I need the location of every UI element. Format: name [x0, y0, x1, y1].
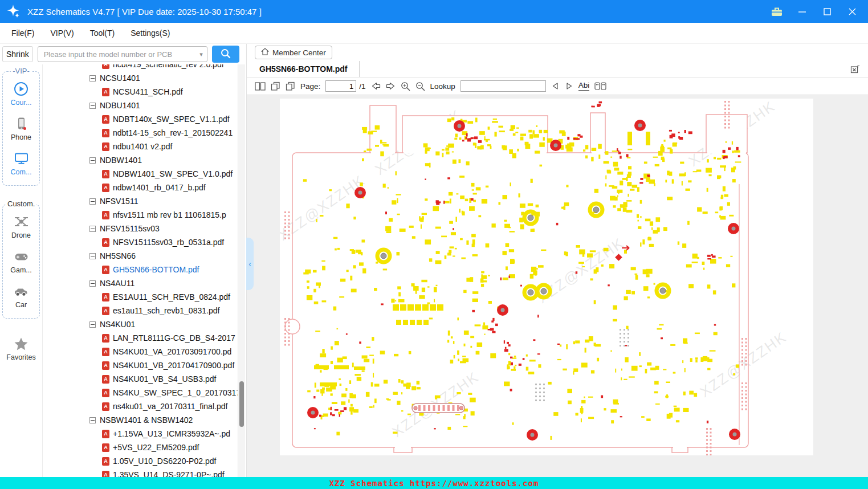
document-tab[interactable]: GH5SN66-BOTTOM.pdf: [247, 61, 360, 77]
vip-section-label: -VIP-: [11, 67, 31, 75]
tree-group[interactable]: NFSV15115sv03: [43, 222, 246, 235]
shrink-button[interactable]: Shrink: [2, 46, 33, 62]
tree-item[interactable]: Ancbt419_schematic_rev 2.0.pdf: [43, 64, 246, 71]
tree-item[interactable]: A1.05V_U10_DS6220-P02.pdf: [43, 454, 246, 468]
collapse-icon[interactable]: [89, 75, 96, 82]
search-row: Shrink ▾: [0, 44, 246, 64]
prev-page-icon[interactable]: [371, 82, 381, 90]
page-number-input[interactable]: [325, 80, 356, 92]
collapse-icon[interactable]: [89, 417, 96, 423]
collapse-icon[interactable]: [89, 226, 96, 232]
tree-group[interactable]: NCSU1401: [43, 71, 246, 85]
tree-item[interactable]: Andbu1401 v2.pdf: [43, 140, 246, 153]
menu-item-toolt[interactable]: Tool(T): [82, 28, 123, 38]
tree-item[interactable]: Ans4ku01_va_20170311_final.pdf: [43, 400, 246, 413]
sidebar-item-computer[interactable]: Com...: [3, 150, 39, 176]
tree-item[interactable]: ANDBW1401_SW_SPEC_V1.0.pdf: [43, 167, 246, 181]
tree-item[interactable]: ANFSV15115sv03_rb_0531a.pdf: [43, 235, 246, 249]
pdf-icon: A: [102, 184, 109, 192]
collapse-icon[interactable]: [89, 198, 96, 205]
pdf-page[interactable]: XZZ@XZZHKXZZ@XZZHKXZZ@XZZHKXZZ@XZZHKXZZ@…: [280, 99, 813, 455]
next-result-icon[interactable]: [565, 82, 573, 90]
pdf-viewer[interactable]: XZZ@XZZHKXZZ@XZZHKXZZ@XZZHKXZZ@XZZHKXZZ@…: [247, 95, 868, 477]
tree-scrollbar-thumb[interactable]: [239, 381, 244, 427]
titlebar: XZZ Schematics V4.77 [ VIP Due date: 202…: [0, 0, 868, 23]
close-document-icon[interactable]: [850, 65, 860, 74]
zoom-out-icon[interactable]: [415, 82, 425, 91]
gamepad-icon: [14, 248, 29, 264]
document-tab-label: GH5SN66-BOTTOM.pdf: [259, 64, 348, 74]
menu-item-filef[interactable]: File(F): [3, 28, 42, 38]
close-button[interactable]: [845, 5, 859, 18]
pdf-icon: A: [102, 129, 109, 137]
tree-group[interactable]: NS4AU11: [43, 276, 246, 290]
tree-item[interactable]: ANS4KU01_VB_201704170900.pdf: [43, 358, 246, 372]
collapse-icon[interactable]: [89, 103, 96, 109]
maximize-button[interactable]: [820, 5, 834, 18]
tree-item[interactable]: ANS4KU_SW_SPEC_1_0_20170317: [43, 386, 246, 400]
sidebar-item-car[interactable]: Car: [3, 283, 39, 309]
two-page-view-icon[interactable]: [255, 82, 266, 91]
tree-item[interactable]: ANS4KU01_VB_S4_USB3.pdf: [43, 372, 246, 386]
tree-item-label: NDBU1401: [100, 101, 140, 110]
menu-bar: File(F)VIP(V)Tool(T)Settings(S): [0, 23, 868, 44]
tree-item[interactable]: AGH5SN66-BOTTOM.pdf: [43, 263, 246, 276]
tree-group[interactable]: NFSV1511: [43, 194, 246, 208]
sidebar-item-phone[interactable]: Phone: [3, 116, 39, 141]
tree-item[interactable]: ANS4KU01_VA_201703091700.pd: [43, 345, 246, 358]
pdf-icon: A: [102, 430, 109, 438]
dropdown-caret-icon[interactable]: ▾: [199, 51, 203, 58]
tree-item-label: NS4KU01_VB_201704170900.pdf: [113, 361, 234, 370]
menu-item-vipv[interactable]: VIP(V): [42, 28, 81, 38]
sidebar-item-favorites[interactable]: Favorites: [0, 336, 42, 361]
menu-item-settingss[interactable]: Settings(S): [123, 28, 178, 38]
collapse-panel-handle[interactable]: ‹: [246, 238, 254, 290]
sidebar-item-label: Gam...: [10, 266, 32, 274]
pdf-icon: A: [102, 115, 109, 124]
minimize-button[interactable]: [795, 5, 809, 18]
pcb-drawing: XZZ@XZZHKXZZ@XZZHKXZZ@XZZHKXZZ@XZZHKXZZ@…: [280, 99, 813, 455]
tree-item[interactable]: AES1AU11_SCH_REVB_0824.pdf: [43, 290, 246, 304]
tree-scrollbar[interactable]: [238, 64, 245, 477]
tree-item[interactable]: A+5VS_U22_EM5209.pdf: [43, 441, 246, 454]
member-center-button[interactable]: Member Center: [255, 46, 332, 59]
pdf-icon: A: [102, 307, 109, 315]
collapse-icon[interactable]: [89, 280, 96, 287]
tree-item[interactable]: Andbw1401_rb_0417_b.pdf: [43, 181, 246, 194]
pdf-icon: A: [102, 348, 109, 356]
next-page-icon[interactable]: [386, 82, 396, 90]
paste-icon[interactable]: [286, 82, 295, 91]
tree-item[interactable]: A+1.15VA_U13_ICMR35932A~.pd: [43, 427, 246, 441]
model-search-box[interactable]: ▾: [38, 46, 207, 62]
sidebar-item-game[interactable]: Gam...: [3, 248, 39, 274]
text-highlight-tool[interactable]: Abi: [578, 82, 590, 91]
side-by-side-icon[interactable]: [594, 82, 606, 90]
tree-item[interactable]: A1.35VS_U14_DS-9271-0P~.pdf: [43, 468, 246, 477]
sidebar-item-courses[interactable]: Cour...: [3, 81, 39, 107]
zoom-in-icon[interactable]: [401, 82, 410, 91]
tree-item[interactable]: ALAN_RTL8111G-CG_DB_S4-2017: [43, 331, 246, 345]
search-button[interactable]: [212, 46, 239, 63]
tree-item[interactable]: Andbt14-15_sch_rev-1_201502241: [43, 126, 246, 140]
tree-group[interactable]: NDBW1401: [43, 153, 246, 167]
model-search-input[interactable]: [43, 50, 199, 59]
tree-item[interactable]: ANDBT140x_SW_SPEC_V1.1.pdf: [43, 112, 246, 126]
collapse-icon[interactable]: [89, 253, 96, 259]
copy-icon[interactable]: [271, 82, 280, 91]
prev-result-icon[interactable]: [551, 82, 560, 90]
collapse-icon[interactable]: [89, 321, 96, 328]
sidebar-item-drone[interactable]: Drone: [3, 214, 39, 239]
tree-group[interactable]: NDBU1401: [43, 99, 246, 112]
viewer-panel: Member Center GH5SN66-BOTTOM.pdf: [247, 44, 868, 477]
lookup-input[interactable]: [461, 80, 546, 92]
collapse-icon[interactable]: [89, 157, 96, 164]
briefcase-icon[interactable]: [770, 5, 784, 18]
icon-sidebar: -VIP- Cour...PhoneCom... Custom. DroneGa…: [0, 64, 43, 477]
app-logo-icon: [6, 4, 21, 19]
tree-group[interactable]: NSBW1401 & NSBW1402: [43, 413, 246, 427]
tree-item[interactable]: ANCSU411_SCH.pdf: [43, 85, 246, 99]
tree-group[interactable]: NH5SN66: [43, 249, 246, 263]
tree-item[interactable]: Anfsv1511 mb rev b1 11061815.p: [43, 208, 246, 222]
tree-item[interactable]: Aes1au11_sch_revb1_0831.pdf: [43, 304, 246, 317]
tree-group[interactable]: NS4KU01: [43, 317, 246, 331]
